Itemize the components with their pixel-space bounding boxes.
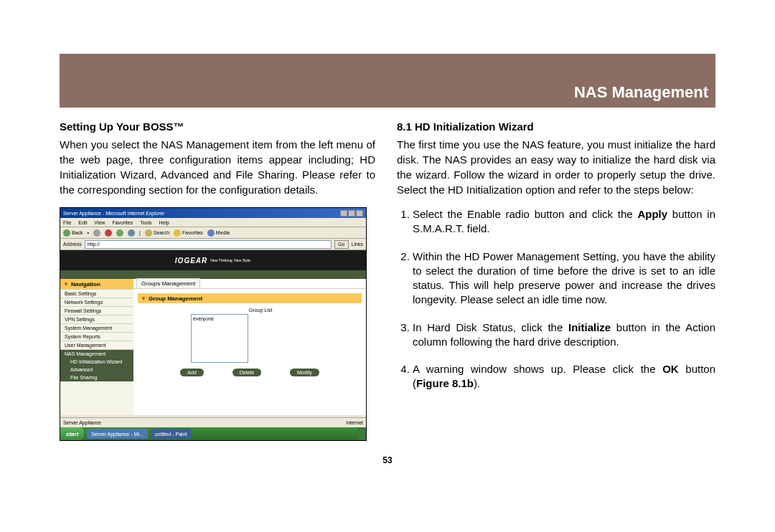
menu-favorites[interactable]: Favorites: [112, 220, 133, 225]
heading-hd-init: 8.1 HD Initialization Wizard: [397, 120, 715, 133]
system-tray: [357, 427, 366, 440]
nav-vpn-settings[interactable]: VPN Settings: [60, 315, 133, 323]
minimize-icon[interactable]: [340, 210, 347, 217]
nav-firewall-settings[interactable]: Firewall Settings: [60, 306, 133, 315]
breadcrumb-bar: [60, 270, 366, 279]
left-column: Setting Up Your BOSS™ When you select th…: [60, 120, 375, 441]
group-listbox[interactable]: everyone: [191, 314, 248, 363]
nav-system-management[interactable]: System Management: [60, 323, 133, 332]
modify-button[interactable]: Modify: [290, 369, 319, 376]
browser-menubar: File Edit View Favorites Tools Help: [60, 218, 366, 227]
menu-file[interactable]: File: [63, 220, 71, 225]
stop-icon[interactable]: [105, 229, 112, 237]
links-label[interactable]: Links: [352, 242, 363, 247]
step-3: In Hard Disk Status, click the Initializ…: [413, 320, 715, 350]
browser-statusbar: Server Appliance Internet: [60, 417, 366, 427]
triangle-icon: ▼: [63, 281, 69, 288]
section-header-bar: NAS Management: [60, 54, 715, 108]
menu-tools[interactable]: Tools: [140, 220, 151, 225]
window-titlebar: Server Appliance - Microsoft Internet Ex…: [60, 208, 366, 218]
subnav-hd-init[interactable]: HD Initialization Wizard: [60, 358, 133, 366]
nav-system-reports[interactable]: System Reports: [60, 332, 133, 341]
button-row: Add Delete Modify: [133, 369, 366, 376]
media-button[interactable]: Media: [207, 229, 230, 237]
step-1: Select the Enable radio button and click…: [413, 207, 715, 237]
back-icon: [63, 229, 70, 237]
two-column-content: Setting Up Your BOSS™ When you select th…: [60, 120, 715, 441]
forward-icon[interactable]: [93, 229, 100, 237]
step-4: A warning window shows up. Please click …: [413, 362, 715, 391]
right-column: 8.1 HD Initialization Wizard The first t…: [397, 120, 715, 441]
intro-paragraph-left: When you select the NAS Management item …: [60, 137, 375, 197]
close-icon[interactable]: [356, 210, 363, 217]
delete-button[interactable]: Delete: [232, 369, 261, 376]
browser-toolbar: Back • | Search Favorites Media: [60, 227, 366, 239]
refresh-icon[interactable]: [116, 229, 123, 237]
address-label: Address: [63, 242, 82, 247]
menu-edit[interactable]: Edit: [78, 220, 87, 225]
content-pane: Groups Management ▼Group Management Grou…: [133, 279, 366, 415]
maximize-icon[interactable]: [348, 210, 355, 217]
search-icon: [145, 229, 152, 237]
sub-navigation: HD Initialization Wizard Advanced File S…: [60, 358, 133, 381]
subnav-advanced[interactable]: Advanced: [60, 366, 133, 374]
go-button[interactable]: Go: [334, 240, 349, 249]
group-list-label: Group List: [191, 308, 330, 313]
steps-list: Select the Enable radio button and click…: [397, 207, 715, 391]
start-button[interactable]: start: [60, 427, 84, 440]
tab-row: Groups Management: [133, 279, 366, 289]
triangle-icon: ▼: [141, 295, 146, 302]
step-2: Within the HD Power Management Setting, …: [413, 250, 715, 308]
search-button[interactable]: Search: [145, 229, 169, 237]
status-text: Server Appliance: [63, 420, 101, 425]
section-title: NAS Management: [574, 83, 708, 102]
navigation-sidebar: ▼Navigation Basic Settings Network Setti…: [60, 279, 133, 415]
app-banner: IOGEAR New Thinking. New Style.: [60, 250, 366, 270]
nav-user-management[interactable]: User Management: [60, 341, 133, 349]
nav-basic-settings[interactable]: Basic Settings: [60, 289, 133, 298]
nav-header: ▼Navigation: [60, 279, 133, 289]
tab-groups-management[interactable]: Groups Management: [136, 278, 200, 288]
favorites-button[interactable]: Favorites: [174, 229, 203, 237]
media-icon: [207, 229, 215, 237]
address-bar: Address http:// Go Links: [60, 239, 366, 250]
group-header: ▼Group Management: [138, 293, 362, 303]
nav-nas-management[interactable]: NAS Management: [60, 349, 133, 358]
subnav-file-sharing[interactable]: File Sharing: [60, 374, 133, 381]
taskbar-item-paint[interactable]: untitled - Paint: [151, 429, 192, 439]
menu-help[interactable]: Help: [159, 220, 169, 225]
star-icon: [174, 229, 181, 237]
embedded-screenshot: Server Appliance - Microsoft Internet Ex…: [60, 207, 367, 441]
address-input[interactable]: http://: [85, 240, 332, 249]
heading-setting-up: Setting Up Your BOSS™: [60, 120, 375, 133]
window-title: Server Appliance - Microsoft Internet Ex…: [63, 211, 164, 216]
brand-logo: IOGEAR: [175, 257, 207, 265]
intro-paragraph-right: The first time you use the NAS feature, …: [397, 137, 715, 197]
nav-network-settings[interactable]: Network Settings: [60, 298, 133, 306]
windows-taskbar: start Server Appliance - Mi... untitled …: [60, 427, 366, 440]
home-icon[interactable]: [128, 229, 135, 237]
taskbar-item-browser[interactable]: Server Appliance - Mi...: [87, 429, 147, 439]
menu-view[interactable]: View: [94, 220, 105, 225]
back-button[interactable]: Back: [63, 229, 83, 237]
add-button[interactable]: Add: [180, 369, 203, 376]
brand-tagline: New Thinking. New Style.: [210, 258, 251, 262]
zone-text: Internet: [346, 420, 363, 425]
page-number: 53: [60, 455, 715, 465]
group-list-area: Group List everyone: [191, 308, 330, 363]
manual-page: NAS Management Setting Up Your BOSS™ Whe…: [0, 0, 775, 487]
